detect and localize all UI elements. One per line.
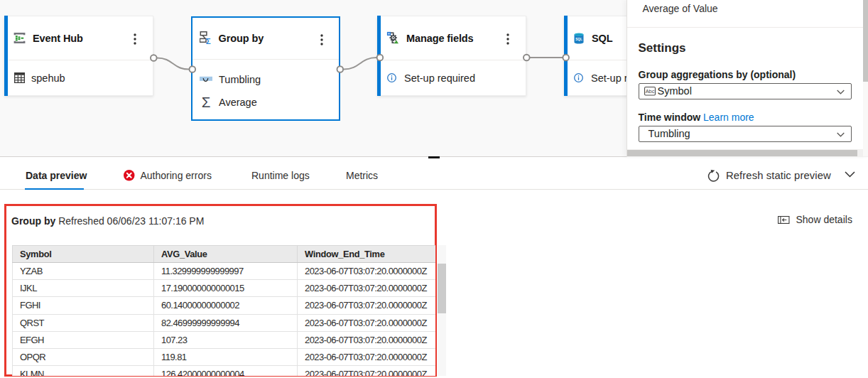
svg-text:Abc: Abc	[645, 88, 654, 94]
